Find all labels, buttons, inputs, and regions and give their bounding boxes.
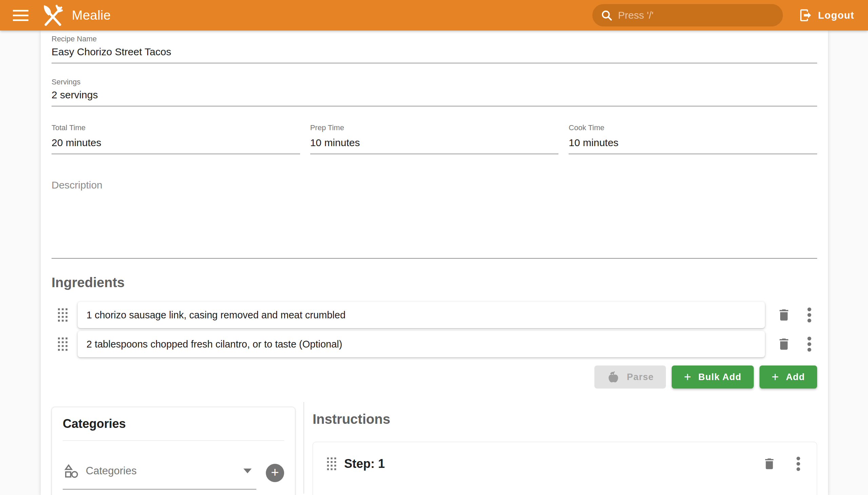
delete-ingredient-button[interactable] [774, 334, 794, 354]
divider [63, 440, 284, 441]
categories-select-row: Categories + [63, 461, 284, 490]
bulk-add-label: Bulk Add [698, 372, 742, 382]
ingredient-input[interactable] [86, 309, 756, 321]
add-label: Add [786, 372, 805, 382]
app-bar: Mealie Logout [0, 0, 868, 31]
ingredients-heading: Ingredients [52, 275, 817, 290]
parse-label: Parse [627, 372, 654, 382]
ingredient-list [52, 302, 817, 357]
ingredient-more-options-icon[interactable] [804, 305, 814, 325]
cook-time-label: Cook Time [568, 123, 817, 132]
description-label: Description [52, 180, 817, 191]
cook-time-group: Cook Time [568, 123, 817, 154]
step-more-options-icon[interactable] [794, 454, 803, 474]
categories-card-title: Categories [63, 417, 284, 431]
search-input[interactable] [618, 10, 775, 21]
app-title: Mealie [72, 8, 111, 23]
recipe-editor-card: Recipe Name Servings Total Time Prep Tim… [41, 31, 828, 495]
logout-icon [799, 8, 813, 22]
parse-button[interactable]: Parse [594, 365, 666, 389]
ingredient-field[interactable] [78, 331, 765, 357]
drag-handle-icon[interactable] [56, 307, 69, 323]
bottom-section: Categories Categories [52, 402, 817, 494]
recipe-name-group: Recipe Name [52, 31, 817, 63]
categories-card: Categories Categories [52, 407, 295, 495]
step-title: Step: 1 [344, 457, 385, 471]
prep-time-group: Prep Time [310, 123, 559, 154]
categories-column: Categories Categories [52, 402, 304, 494]
delete-step-button[interactable] [760, 454, 779, 474]
instructions-column: Instructions Step: 1 [304, 402, 817, 494]
drag-handle-icon[interactable] [325, 456, 338, 472]
ingredient-field[interactable] [78, 302, 765, 328]
servings-input[interactable] [52, 86, 817, 106]
ingredient-more-options-icon[interactable] [804, 334, 814, 355]
caret-down-icon [243, 468, 252, 473]
search-bar[interactable] [592, 4, 783, 27]
recipe-name-input[interactable] [52, 44, 817, 63]
categories-select[interactable]: Categories [63, 461, 256, 490]
total-time-label: Total Time [52, 123, 300, 132]
add-category-button[interactable]: + [266, 464, 284, 482]
instructions-heading: Instructions [312, 412, 817, 427]
ingredient-row [52, 302, 817, 328]
total-time-input[interactable] [52, 134, 300, 154]
servings-group: Servings [52, 78, 817, 106]
servings-label: Servings [52, 78, 817, 86]
cook-time-input[interactable] [568, 134, 817, 154]
step-header: Step: 1 [325, 454, 805, 474]
prep-time-label: Prep Time [310, 123, 559, 132]
bulk-add-button[interactable]: + Bulk Add [672, 365, 753, 389]
prep-time-input[interactable] [310, 134, 559, 154]
apple-icon [607, 370, 620, 384]
description-textarea[interactable] [52, 191, 817, 259]
logout-label: Logout [818, 10, 854, 21]
ingredient-row [52, 331, 817, 357]
drag-handle-icon[interactable] [56, 336, 69, 353]
logout-button[interactable]: Logout [797, 5, 856, 26]
ingredient-actions: Parse + Bulk Add + Add [52, 365, 817, 389]
add-button[interactable]: + Add [760, 365, 817, 389]
ingredient-input[interactable] [86, 339, 756, 350]
search-icon [600, 9, 613, 21]
recipe-name-label: Recipe Name [52, 35, 817, 44]
mealie-logo-icon [40, 2, 66, 28]
step-card: Step: 1 Combine crumbled chorizo and chi… [312, 442, 817, 495]
categories-select-label: Categories [86, 465, 137, 477]
times-row: Total Time Prep Time Cook Time [52, 123, 817, 154]
total-time-group: Total Time [52, 123, 300, 154]
category-shapes-icon [63, 463, 79, 479]
description-group: Description [52, 180, 817, 259]
delete-ingredient-button[interactable] [774, 305, 794, 325]
menu-icon[interactable] [9, 3, 33, 27]
